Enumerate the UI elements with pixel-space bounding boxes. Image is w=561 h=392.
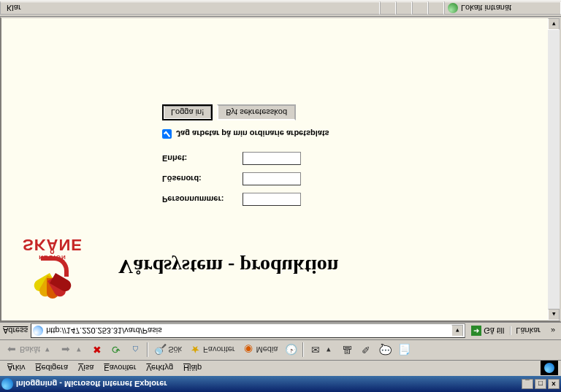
stop-icon: ✖ [91,345,103,356]
related-button[interactable]: 📄 [395,342,413,358]
home-icon: ⌂ [129,345,141,356]
ie-icon [1,378,13,390]
links-label[interactable]: Länkar [510,327,545,336]
edit-button[interactable]: ✎ [357,342,375,358]
losenord-input[interactable] [243,172,301,185]
go-button[interactable]: ➜ Gå till [468,326,507,337]
maximize-button[interactable]: □ [535,379,546,389]
favorites-button[interactable]: ★ Favoriter [186,342,237,358]
status-pane: Klar [0,2,380,15]
content-area: REGION SKÅNE Vårdsystem - produktion Per… [0,17,561,322]
page-header: REGION SKÅNE Vårdsystem - produktion [16,235,545,299]
menu-hjalp[interactable]: Hjälp [179,363,206,374]
print-button[interactable]: 🖶 [338,342,356,358]
search-button[interactable]: 🔍 Sök [151,342,185,358]
refresh-icon: ⟳ [110,345,122,356]
toolbar-separator [302,343,304,358]
status-pane-2 [396,2,412,15]
ordinarie-label: Jag arbetar på min ordinarie arbetsplats [176,130,329,139]
chevron-right-icon[interactable]: » [548,327,558,336]
login-button[interactable]: Logga in! [162,104,213,120]
go-arrow-icon: ➜ [471,326,481,337]
star-icon: ★ [189,345,201,356]
menu-arkiv[interactable]: Arkiv [3,363,29,374]
losenord-label: Lösenord: [162,174,243,183]
chevron-down-icon: ▾ [324,345,334,355]
page-icon [33,326,43,337]
address-label: Adress [3,327,28,336]
personnummer-input[interactable] [243,193,301,206]
region-skane-logo: REGION SKÅNE [16,235,89,299]
mail-icon: ✉ [310,345,321,356]
enhet-input[interactable] [243,152,301,165]
scroll-track[interactable] [548,30,560,309]
favorites-label: Favoriter [203,346,234,355]
login-form: Personnummer: Lösenord: Enhet: Jag arbet… [162,104,545,206]
toolbar-separator [147,343,148,358]
go-label: Gå till [484,327,504,336]
media-button[interactable]: ◉ Media [240,342,281,358]
back-button[interactable]: ⬅ Bakåt ▾ [3,342,56,358]
personnummer-label: Personnummer: [162,195,243,204]
status-pane-1 [380,2,396,15]
discuss-button[interactable]: 💬 [376,342,394,358]
enhet-row: Enhet: [162,152,545,165]
address-field[interactable]: ▾ [31,324,465,339]
chevron-down-icon: ▾ [42,345,53,355]
security-zone-pane: Lokalt intranät [444,2,561,15]
history-icon: 🕑 [285,345,297,356]
enhet-label: Enhet: [162,154,243,163]
home-button[interactable]: ⌂ [126,342,144,358]
menu-visa[interactable]: Visa [74,363,98,374]
ie-throbber-icon [541,361,558,376]
change-secret-button[interactable]: Byt sekretesskod [217,104,296,120]
vertical-scrollbar[interactable]: ▴ ▾ [548,18,560,320]
menu-verktyg[interactable]: Verktyg [142,363,178,374]
search-icon: 🔍 [154,345,166,356]
search-label: Sök [168,346,182,355]
losenord-row: Lösenord: [162,172,545,185]
discuss-icon: 💬 [379,345,391,356]
refresh-button[interactable]: ⟳ [107,342,125,358]
forward-button[interactable]: ➡ ▾ [57,342,87,358]
ordinarie-row: Jag arbetar på min ordinarie arbetsplats [162,129,545,139]
fan-icon [31,262,75,299]
login-page: REGION SKÅNE Vårdsystem - produktion Per… [1,90,560,320]
menubar: Arkiv Redigera Visa Eavoriter Verktyg Hj… [0,360,561,376]
menu-redigera[interactable]: Redigera [31,363,72,374]
status-text: Klar [7,4,21,13]
logo-skane-text: SKÅNE [16,235,89,254]
ordinarie-checkbox[interactable] [162,129,172,139]
scroll-up-button[interactable]: ▴ [548,309,560,320]
url-input[interactable] [46,327,449,336]
minimize-button[interactable]: _ [522,379,533,389]
print-icon: 🖶 [341,345,353,356]
window-titlebar: Inloggning - Microsoft Internet Explorer… [0,376,561,392]
back-arrow-icon: ⬅ [6,345,18,356]
address-dropdown-button[interactable]: ▾ [451,326,463,337]
addressbar: Adress ▾ ➜ Gå till Länkar » [0,322,561,339]
media-icon: ◉ [243,345,254,356]
status-pane-3 [412,2,428,15]
window-title: Inloggning - Microsoft Internet Explorer [16,380,520,388]
media-label: Media [256,346,278,355]
stop-button[interactable]: ✖ [88,342,106,358]
toolbar: ⬅ Bakåt ▾ ➡ ▾ ✖ ⟳ ⌂ 🔍 Sök ★ Favoriter ◉ … [0,339,561,360]
personnummer-row: Personnummer: [162,193,545,206]
scroll-down-button[interactable]: ▾ [548,18,560,30]
statusbar: Klar Lokalt intranät [0,1,561,17]
back-label: Bakåt [20,346,40,355]
related-icon: 📄 [398,345,410,356]
button-row: Logga in! Byt sekretesskod [162,104,545,120]
forward-arrow-icon: ➡ [60,345,72,356]
menu-favoriter[interactable]: Eavoriter [99,363,140,374]
edit-icon: ✎ [360,345,372,356]
history-button[interactable]: 🕑 [282,342,299,358]
close-button[interactable]: × [548,379,560,389]
zone-text: Lokalt intranät [461,4,511,13]
mail-button[interactable]: ✉▾ [307,342,337,358]
status-pane-4 [428,2,444,15]
chevron-down-icon: ▾ [74,345,84,355]
zone-icon [448,4,458,14]
page-heading: Vårdsystem - produktion [118,255,338,279]
